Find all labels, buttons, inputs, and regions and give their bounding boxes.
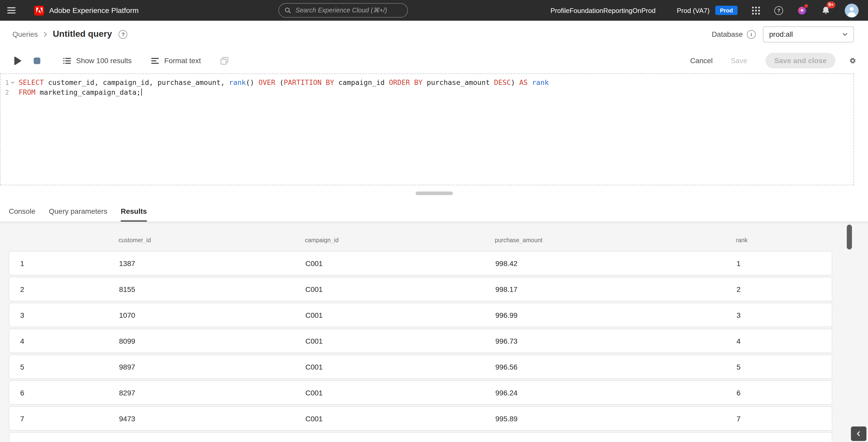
format-text-label: Format text: [164, 56, 201, 65]
assistant-button[interactable]: [797, 5, 807, 16]
cell-rank: 7: [737, 414, 832, 422]
row-index: 3: [20, 311, 119, 319]
results-scrollbar[interactable]: [847, 225, 852, 439]
results-rows: 11387C001998.42128155C001998.17231070C00…: [0, 251, 868, 442]
scrollbar-thumb[interactable]: [847, 225, 852, 249]
chevron-left-icon: [856, 431, 862, 437]
grid-icon: [751, 6, 760, 15]
prod-badge: Prod: [715, 6, 738, 15]
cell-campaign_id: C001: [305, 337, 495, 345]
show-results-button[interactable]: Show 100 results: [63, 56, 132, 65]
notifications-button[interactable]: 9+: [821, 5, 831, 16]
row-index: 6: [20, 388, 119, 397]
cell-rank: 5: [737, 362, 832, 371]
query-help-button[interactable]: ?: [119, 30, 128, 38]
avatar[interactable]: [845, 3, 859, 17]
format-text-button[interactable]: Format text: [151, 56, 201, 65]
panel-splitter: [0, 185, 868, 201]
cell-rank: 2: [737, 285, 832, 293]
code-lines[interactable]: SELECT customer_id, campaign_id, purchas…: [19, 74, 854, 97]
table-row-partial: [9, 432, 832, 442]
table-row: 11387C001998.421: [9, 251, 832, 275]
stop-icon: [33, 57, 41, 64]
cell-customer_id: 9897: [119, 362, 305, 371]
table-row: 68297C001996.246: [9, 380, 832, 405]
cell-customer_id: 9473: [119, 414, 305, 422]
table-row: 31070C001996.993: [9, 303, 832, 327]
cancel-button[interactable]: Cancel: [690, 56, 713, 65]
help-icon: ?: [774, 6, 783, 15]
collapse-panel-button[interactable]: [851, 427, 866, 441]
help-button[interactable]: ?: [774, 5, 783, 16]
cell-campaign_id: C001: [305, 388, 495, 397]
cell-purchase_amount: 995.89: [495, 414, 737, 422]
cell-campaign_id: C001: [305, 285, 495, 293]
editor-toolbar: Show 100 results Format text Cancel Save…: [0, 48, 868, 73]
cell-campaign_id: C001: [305, 259, 495, 267]
global-search: [278, 3, 408, 18]
sql-editor[interactable]: 12 SELECT customer_id, campaign_id, purc…: [0, 73, 854, 185]
cell-rank: 6: [737, 388, 832, 397]
sandbox-name: Prod (VA7): [677, 6, 710, 14]
column-header-purchase-amount: purchase_amount: [495, 237, 736, 243]
tab-query-parameters[interactable]: Query parameters: [49, 201, 107, 222]
database-select[interactable]: prod:all: [763, 26, 854, 42]
row-index: 5: [20, 362, 119, 371]
text-caret: [141, 89, 142, 96]
table-row: 79473C001995.897: [9, 406, 832, 431]
splitter-drag-handle[interactable]: [415, 191, 453, 195]
cell-purchase_amount: 996.73: [495, 337, 737, 345]
tab-results[interactable]: Results: [121, 201, 147, 222]
cell-purchase_amount: 998.42: [495, 259, 737, 267]
table-row: 48099C001996.734: [9, 329, 832, 353]
play-icon: [13, 56, 21, 65]
row-index: 1: [20, 259, 119, 267]
cell-campaign_id: C001: [305, 414, 495, 422]
org-name[interactable]: ProfileFoundationReportingOnProd: [551, 6, 655, 14]
cell-customer_id: 1070: [119, 311, 305, 319]
search-input[interactable]: [278, 3, 408, 18]
hamburger-menu-button[interactable]: [7, 7, 17, 13]
line-number: 1: [1, 77, 18, 88]
breadcrumb-queries[interactable]: Queries: [12, 30, 38, 38]
app-root: Adobe Experience Platform ProfileFoundat…: [0, 0, 868, 442]
topbar: Adobe Experience Platform ProfileFoundat…: [0, 0, 868, 21]
database-picker: Database i prod:all: [712, 26, 854, 42]
info-icon[interactable]: i: [747, 30, 756, 38]
results-header: customer_id campaign_id purchase_amount …: [9, 229, 832, 251]
code-line[interactable]: FROM marketing_campaign_data;: [19, 88, 854, 97]
save-and-close-button[interactable]: Save and close: [766, 53, 835, 68]
save-button[interactable]: Save: [731, 56, 747, 65]
run-query-button[interactable]: [13, 56, 21, 65]
code-line[interactable]: SELECT customer_id, campaign_id, purchas…: [19, 77, 854, 88]
column-header-campaign-id: campaign_id: [305, 237, 495, 243]
cell-rank: 1: [737, 259, 832, 267]
stop-query-button[interactable]: [33, 57, 41, 64]
sandbox-switcher[interactable]: Prod (VA7) Prod: [677, 6, 738, 15]
cell-campaign_id: C001: [305, 311, 495, 319]
overlap-windows-icon: [220, 56, 229, 65]
editor-gutter: 12: [1, 74, 18, 97]
cell-customer_id: 8155: [119, 285, 305, 293]
cell-customer_id: 1387: [119, 259, 305, 267]
table-row: 28155C001998.172: [9, 277, 832, 301]
chevron-down-icon: [842, 32, 848, 36]
app-title: Adobe Experience Platform: [49, 6, 139, 14]
column-header-customer-id: customer_id: [119, 237, 305, 243]
topbar-right: ProfileFoundationReportingOnProd Prod (V…: [551, 0, 859, 21]
cell-rank: 3: [737, 311, 832, 319]
line-number: 2: [1, 88, 18, 97]
cell-customer_id: 8099: [119, 337, 305, 345]
tab-console[interactable]: Console: [9, 201, 35, 222]
settings-button[interactable]: [848, 56, 858, 65]
cell-customer_id: 8297: [119, 388, 305, 397]
info-glyph: i: [750, 31, 752, 37]
results-panel: customer_id campaign_id purchase_amount …: [0, 222, 868, 442]
user-icon: [845, 3, 859, 17]
row-index: 4: [20, 337, 119, 345]
fold-chevron-icon[interactable]: [10, 80, 15, 85]
app-switcher-button[interactable]: [751, 5, 760, 16]
database-label: Database: [712, 30, 743, 38]
expand-editor-button[interactable]: [220, 56, 229, 65]
cell-rank: 4: [737, 337, 832, 345]
